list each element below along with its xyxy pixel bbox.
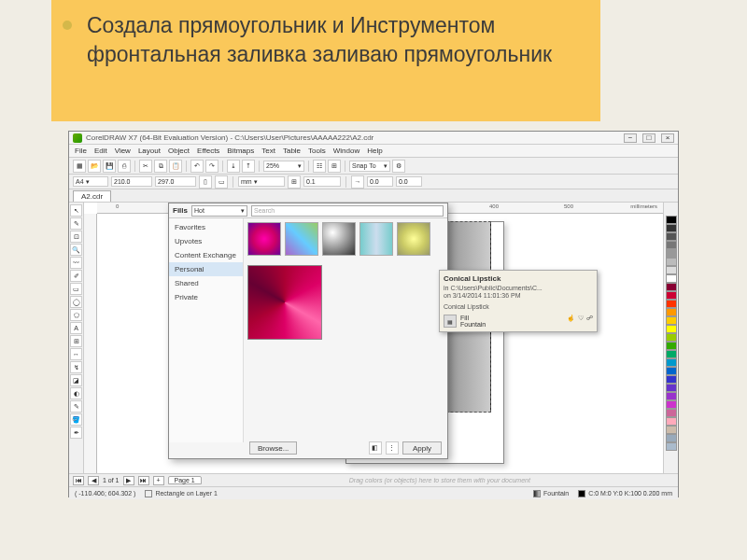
- page-height[interactable]: 297.0: [155, 176, 196, 187]
- freehand-tool[interactable]: 〰: [70, 257, 82, 269]
- menu-bitmaps[interactable]: Bitmaps: [227, 147, 254, 155]
- menu-view[interactable]: View: [115, 147, 131, 155]
- color-swatch[interactable]: [666, 392, 677, 400]
- cat-favorites[interactable]: Favorites: [169, 220, 243, 234]
- page-tab[interactable]: Page 1: [168, 476, 202, 484]
- color-swatch[interactable]: [666, 400, 677, 409]
- open-button[interactable]: 📂: [88, 160, 101, 173]
- color-swatch[interactable]: [666, 316, 677, 325]
- artistic-tool[interactable]: ✐: [70, 270, 82, 282]
- fill-thumb-4[interactable]: [359, 222, 393, 256]
- color-swatch[interactable]: [666, 300, 677, 308]
- color-swatch[interactable]: [666, 333, 677, 342]
- connector-tool[interactable]: ↯: [70, 361, 82, 373]
- color-swatch[interactable]: [666, 325, 677, 333]
- fill-thumb-2[interactable]: [285, 222, 318, 256]
- cat-upvotes[interactable]: Upvotes: [169, 234, 243, 248]
- dup-x[interactable]: 0.0: [367, 176, 393, 187]
- cat-shared[interactable]: Shared: [169, 276, 243, 290]
- zoom-combo[interactable]: 25%▾: [263, 161, 304, 172]
- color-swatch[interactable]: [666, 358, 677, 367]
- maximize-button[interactable]: □: [642, 133, 655, 143]
- dropshadow-tool[interactable]: ◪: [70, 374, 82, 386]
- apply-button[interactable]: Apply: [402, 441, 442, 455]
- pick-tool[interactable]: ↖: [70, 204, 82, 217]
- color-swatch[interactable]: [666, 426, 677, 434]
- outline-tool[interactable]: ✒: [70, 427, 82, 439]
- grid-a[interactable]: ⊞: [288, 175, 301, 189]
- add-page-button[interactable]: +: [153, 476, 164, 485]
- units-combo[interactable]: mm ▾: [238, 176, 285, 187]
- color-swatch[interactable]: [666, 417, 677, 426]
- eyedropper-tool[interactable]: ✎: [70, 400, 82, 413]
- menu-help[interactable]: Help: [367, 147, 382, 155]
- print-button[interactable]: ⎙: [118, 160, 131, 173]
- color-swatch[interactable]: [666, 274, 677, 283]
- fills-opt-a[interactable]: ◧: [369, 441, 382, 455]
- color-swatch[interactable]: [666, 241, 677, 249]
- table-tool[interactable]: ⊞: [70, 335, 82, 347]
- paste-button[interactable]: 📋: [169, 160, 182, 173]
- color-swatch[interactable]: [666, 232, 677, 241]
- fills-search-input[interactable]: Search: [251, 205, 444, 217]
- fills-filter-combo[interactable]: Hot▾: [191, 205, 247, 217]
- color-swatch[interactable]: [666, 308, 677, 316]
- dup-y[interactable]: 0.0: [396, 176, 422, 187]
- color-swatch[interactable]: [666, 367, 677, 375]
- fills-opt-b[interactable]: ⋮: [386, 441, 399, 455]
- misc-a[interactable]: →: [351, 175, 364, 189]
- snap-combo[interactable]: Snap To▾: [349, 161, 390, 172]
- color-swatch[interactable]: [666, 291, 677, 300]
- last-page-button[interactable]: ⏭: [138, 476, 149, 485]
- fill-thumb-5[interactable]: [397, 222, 430, 256]
- tool-a[interactable]: ☷: [313, 160, 326, 173]
- minimize-button[interactable]: −: [624, 133, 637, 143]
- fav-icon[interactable]: ♡: [578, 315, 584, 328]
- nudge[interactable]: 0.1: [303, 176, 341, 187]
- landscape-button[interactable]: ▭: [215, 175, 228, 189]
- polygon-tool[interactable]: ⬠: [70, 309, 82, 321]
- doc-tab[interactable]: A2.cdr: [73, 190, 111, 202]
- menu-object[interactable]: Object: [168, 147, 190, 155]
- ellipse-tool[interactable]: ◯: [70, 296, 82, 308]
- dimension-tool[interactable]: ↔: [70, 348, 82, 360]
- color-swatch[interactable]: [666, 384, 677, 392]
- color-swatch[interactable]: [666, 249, 677, 258]
- text-tool[interactable]: A: [70, 322, 82, 334]
- fill-thumb-1[interactable]: [247, 222, 281, 256]
- menu-tools[interactable]: Tools: [308, 147, 326, 155]
- cut-button[interactable]: ✂: [139, 160, 152, 173]
- crop-tool[interactable]: ⊡: [70, 231, 82, 243]
- fill-thumb-3[interactable]: [322, 222, 356, 256]
- menu-window[interactable]: Window: [333, 147, 359, 155]
- close-button[interactable]: ×: [661, 133, 674, 143]
- export-button[interactable]: ⤒: [242, 160, 255, 173]
- opts-button[interactable]: ⚙: [392, 160, 405, 173]
- shape-tool[interactable]: ✎: [70, 217, 82, 230]
- fill-preview-big[interactable]: [247, 265, 322, 340]
- save-button[interactable]: 💾: [103, 160, 116, 173]
- first-page-button[interactable]: ⏮: [73, 476, 84, 485]
- color-swatch[interactable]: [666, 283, 677, 291]
- color-swatch[interactable]: [666, 266, 677, 274]
- color-swatch[interactable]: [666, 442, 677, 451]
- fill-tool[interactable]: 🪣: [70, 413, 82, 426]
- color-swatch[interactable]: [666, 434, 677, 442]
- color-swatch[interactable]: [666, 224, 677, 232]
- color-swatch[interactable]: [666, 350, 677, 358]
- cat-personal[interactable]: Personal: [169, 262, 243, 276]
- portrait-button[interactable]: ▯: [199, 175, 212, 189]
- prev-page-button[interactable]: ◀: [88, 476, 99, 485]
- menu-file[interactable]: File: [75, 147, 87, 155]
- import-button[interactable]: ⤓: [227, 160, 240, 173]
- page-size[interactable]: A4 ▾: [73, 176, 108, 187]
- menu-edit[interactable]: Edit: [94, 147, 107, 155]
- menu-effects[interactable]: Effects: [197, 147, 219, 155]
- color-swatch[interactable]: [666, 375, 677, 384]
- color-swatch[interactable]: [666, 258, 677, 266]
- canvas[interactable]: 0 100 200 300 400 500 millimeters Fills …: [84, 203, 663, 473]
- copy-button[interactable]: ⧉: [154, 160, 167, 173]
- tool-b[interactable]: ⊞: [328, 160, 341, 173]
- like-icon[interactable]: ☝: [567, 315, 575, 328]
- page-width[interactable]: 210.0: [111, 176, 152, 187]
